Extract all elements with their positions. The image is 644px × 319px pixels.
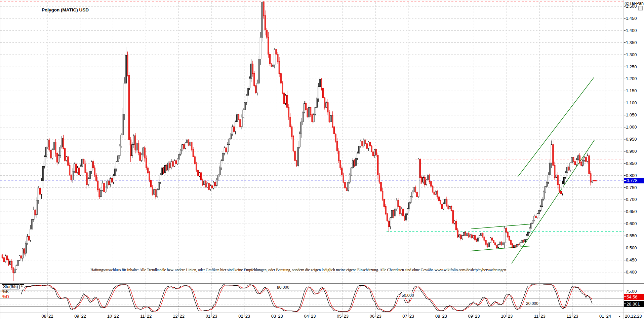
year-label: 23 — [508, 314, 513, 319]
candle — [369, 142, 370, 146]
candle — [211, 186, 212, 188]
candle — [249, 78, 250, 88]
candle — [445, 199, 446, 204]
candle — [116, 162, 117, 169]
candle — [265, 15, 266, 30]
candle — [521, 240, 522, 243]
candle — [89, 171, 90, 179]
candle — [426, 180, 427, 185]
candle — [550, 163, 551, 175]
candle — [235, 122, 236, 132]
candle — [94, 168, 95, 175]
candle — [321, 79, 322, 88]
price-tick-label: 0.900 — [626, 149, 637, 154]
candle — [226, 148, 227, 152]
axis-end-date-label: 20.12.23 — [625, 314, 642, 319]
candle — [349, 175, 350, 182]
candle — [360, 141, 361, 146]
candle — [327, 103, 328, 112]
candle — [213, 182, 214, 188]
candle — [185, 143, 186, 149]
candle — [534, 216, 535, 220]
candle — [85, 164, 86, 173]
candle — [499, 242, 500, 244]
candle — [343, 175, 344, 182]
candle — [200, 173, 201, 180]
candle — [332, 116, 333, 127]
candle — [524, 240, 525, 242]
candle — [504, 228, 505, 243]
candle — [527, 232, 528, 235]
candle — [2, 255, 3, 258]
candle — [163, 168, 164, 173]
sto-add-button[interactable]: + — [19, 284, 24, 289]
candle — [190, 142, 191, 145]
candle — [541, 199, 542, 207]
candle — [452, 211, 453, 223]
candle — [390, 218, 391, 227]
candle — [61, 138, 62, 147]
candle — [147, 168, 148, 173]
price-tick-label: 0.500 — [626, 246, 637, 250]
candle — [449, 207, 450, 209]
candle — [570, 163, 571, 170]
candle — [241, 117, 242, 127]
candle — [223, 153, 224, 161]
candle — [345, 182, 346, 188]
sto-indicator-label[interactable]: Sto(9/5) — [2, 284, 19, 289]
month-label: 10 — [495, 314, 506, 319]
candle — [128, 75, 129, 140]
candle — [58, 156, 59, 162]
candle — [244, 103, 245, 110]
price-tick-label: 0.700 — [626, 197, 637, 202]
year-label: 23 — [278, 314, 283, 319]
year-label: 22 — [147, 314, 152, 319]
candle — [32, 219, 33, 229]
candle — [526, 236, 527, 240]
candle — [152, 187, 153, 194]
candle — [180, 150, 181, 154]
candle — [100, 190, 102, 197]
candle — [506, 228, 507, 232]
candle — [415, 187, 416, 192]
candle — [473, 236, 474, 238]
candle — [257, 83, 258, 93]
candle — [124, 83, 125, 114]
candle — [11, 261, 12, 268]
candle — [66, 157, 67, 161]
candle — [464, 232, 465, 235]
candle — [326, 103, 327, 107]
disclaimer-text: Haftungsausschluss für Inhalte: Alle Tre… — [90, 268, 506, 273]
candle — [312, 115, 313, 122]
candle — [363, 140, 364, 146]
collapse-axis-button[interactable]: − — [638, 6, 643, 10]
candle — [348, 182, 349, 190]
candle — [510, 240, 511, 244]
year-label: 23 — [212, 314, 217, 319]
candle — [335, 134, 336, 141]
candle — [74, 164, 75, 171]
candle — [419, 159, 420, 178]
candle — [362, 141, 363, 146]
year-label: 23 — [311, 314, 316, 319]
price-tick-label: 0.400 — [626, 270, 637, 275]
candle — [266, 30, 267, 37]
candle — [485, 240, 486, 244]
price-tick-label: 1.000 — [626, 125, 637, 130]
candle — [135, 136, 136, 150]
candle — [540, 207, 541, 211]
candle — [68, 157, 69, 166]
candle — [39, 188, 40, 194]
candle — [151, 180, 152, 187]
candle — [305, 104, 306, 110]
candle — [158, 182, 159, 190]
candle — [276, 49, 277, 54]
price-tick-label: 1.450 — [626, 16, 637, 21]
candle — [10, 261, 11, 264]
year-label: 23 — [376, 314, 381, 319]
candle — [410, 197, 411, 203]
candle — [164, 165, 165, 173]
month-label: 02 — [232, 314, 243, 319]
candle — [517, 244, 518, 247]
candle — [130, 140, 131, 155]
